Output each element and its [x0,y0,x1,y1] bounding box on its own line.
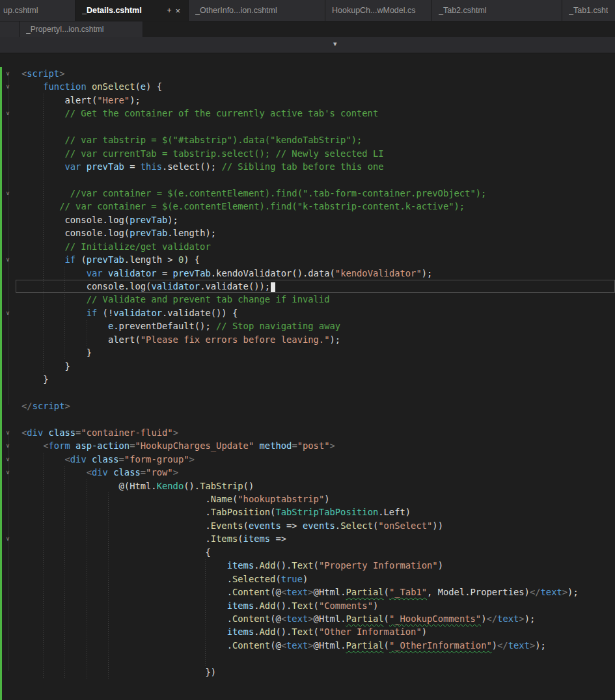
close-icon[interactable]: × [174,6,182,16]
gutter-margin [0,240,16,253]
document-tab-stub[interactable] [0,21,20,37]
fold-chevron-icon[interactable]: ∨ [0,67,16,80]
code-line[interactable]: items.Add().Text("Property Information") [0,559,615,572]
code-text: //var container = $(e.contentElement).fi… [16,187,615,200]
code-line[interactable]: ∨ if (!validator.validate()) { [0,306,615,319]
code-line[interactable]: var prevTab = this.select(); // Sibling … [0,160,615,173]
code-line[interactable]: items.Add().Text("Other Information") [0,625,615,638]
document-tab-tab1-csht[interactable]: _Tab1.csht [562,0,615,21]
gutter-margin [0,652,16,665]
code-line[interactable]: } [0,373,615,386]
code-text: .Selected(true) [16,572,615,586]
gutter-margin [0,639,16,652]
code-line[interactable] [0,174,615,187]
code-line[interactable]: // var currentTab = tabstrip.select(); /… [0,147,615,160]
code-text: .Events(events => events.Select("onSelec… [16,519,615,532]
document-tab-details-cshtml[interactable]: _Details.cshtml+× [75,0,189,21]
document-tab-otherinfo-ion-cshtml[interactable]: _OtherInfo...ion.cshtml [189,0,325,21]
fold-chevron-icon[interactable]: ∨ [0,253,16,266]
fold-chevron-icon[interactable]: ∨ [0,466,16,479]
fold-chevron-icon[interactable]: ∨ [0,306,16,319]
gutter-margin [0,572,16,586]
code-line[interactable]: .Content(@<text>@Html.Partial("_HookupCo… [0,612,615,625]
code-line[interactable]: { [0,546,615,559]
fold-chevron-icon[interactable]: ∨ [0,532,16,545]
code-editor[interactable]: ∨<script>∨ function onSelect(e) { alert(… [0,53,615,700]
gutter-margin [0,399,16,412]
code-line[interactable]: } [0,360,615,373]
code-line[interactable] [0,120,615,133]
gutter-margin [0,599,16,612]
code-text: var validator = prevTab.kendoValidator()… [16,267,615,280]
code-line[interactable]: console.log(prevTab.length); [0,226,615,239]
code-line[interactable]: .Events(events => events.Select("onSelec… [0,519,615,532]
code-line[interactable]: ∨ <form asp-action="HookupCharges_Update… [0,439,615,452]
code-line[interactable]: // var tabstrip = $("#tabstrip").data("k… [0,133,615,146]
code-line[interactable]: e.preventDefault(); // Stop navigating a… [0,319,615,332]
code-line[interactable]: .Content(@<text>@Html.Partial("_Tab1", M… [0,586,615,599]
code-text: items.Add().Text("Other Information") [16,625,615,638]
code-line[interactable]: </script> [0,399,615,412]
fold-chevron-icon[interactable]: ∨ [0,107,16,120]
code-line[interactable]: .Name("hookuptabstrip") [0,492,615,505]
gutter-margin [0,293,16,306]
code-line[interactable]: ∨ if (prevTab.length > 0) { [0,253,615,266]
code-line[interactable]: alert("Here"); [0,94,615,107]
code-text: .Content(@<text>@Html.Partial("_OtherInf… [16,639,615,652]
document-tab-tab2-cshtml[interactable]: _Tab2.cshtml [432,0,562,21]
code-line[interactable]: ∨ <div class="form-group"> [0,453,615,466]
code-text: .Content(@<text>@Html.Partial("_Tab1", M… [16,586,615,599]
code-line[interactable]: ∨ //var container = $(e.contentElement).… [0,187,615,200]
code-line[interactable]: ∨ <div class="row"> [0,466,615,479]
code-line[interactable]: alert("Please fix errors before leaving.… [0,333,615,346]
code-line[interactable]: }) [0,666,615,679]
gutter-margin [0,319,16,332]
code-line[interactable]: items.Add().Text("Comments") [0,599,615,612]
code-text: items.Add().Text("Property Information") [16,559,615,572]
code-text: .Items(items => [16,532,615,545]
pin-icon[interactable]: + [164,6,174,15]
code-lines: ∨<script>∨ function onSelect(e) { alert(… [0,53,615,679]
code-line[interactable]: .TabPosition(TabStripTabPosition.Left) [0,505,615,518]
fold-chevron-icon[interactable]: ∨ [0,187,16,200]
code-line[interactable]: // var container = $(e.contentElement).f… [0,200,615,213]
code-line[interactable]: .Selected(true) [0,572,615,586]
code-line[interactable]: .Content(@<text>@Html.Partial("_OtherInf… [0,639,615,652]
code-line[interactable]: // Validate and prevent tab change if in… [0,293,615,306]
code-line[interactable]: var validator = prevTab.kendoValidator()… [0,267,615,280]
gutter-margin [0,586,16,599]
document-tab-bar-top: up.cshtml_Details.cshtml+×_OtherInfo...i… [0,0,615,21]
gutter-margin [0,492,16,505]
document-tab-propertyi-ion-cshtml[interactable]: _PropertyI...ion.cshtml [20,21,143,37]
document-tab-hookupch-wmodel-cs[interactable]: HookupCh...wModel.cs [325,0,432,21]
fold-chevron-icon[interactable]: ∨ [0,426,16,439]
code-line[interactable]: ∨ // Get the container of the currently … [0,107,615,120]
gutter-margin [0,174,16,187]
code-line[interactable]: console.log(validator.validate()); [0,280,615,293]
code-text: <div class="form-group"> [16,453,615,466]
chevron-down-icon[interactable]: ▾ [333,40,337,48]
fold-chevron-icon[interactable]: ∨ [0,453,16,466]
code-line[interactable]: console.log(prevTab); [0,213,615,226]
document-tab-up-cshtml[interactable]: up.cshtml [0,0,75,21]
code-text: <div class="row"> [16,466,615,479]
code-line[interactable]: @(Html.Kendo().TabStrip() [0,479,615,492]
code-line[interactable]: // Initialize/get validator [0,240,615,253]
gutter-margin [0,360,16,373]
code-line[interactable] [0,652,615,665]
code-line[interactable] [0,386,615,399]
code-line[interactable]: ∨ .Items(items => [0,532,615,545]
code-line[interactable]: ∨ function onSelect(e) { [0,80,615,93]
fold-chevron-icon[interactable]: ∨ [0,439,16,452]
code-text: function onSelect(e) { [16,80,615,93]
code-text: alert("Please fix errors before leaving.… [16,333,615,346]
code-text: e.preventDefault(); // Stop navigating a… [16,319,615,332]
code-line[interactable]: ∨<div class="container-fluid"> [0,426,615,439]
gutter-margin [0,267,16,280]
code-text: console.log(validator.validate()); [16,280,615,293]
code-line[interactable] [0,412,615,425]
gutter-margin [0,200,16,213]
code-line[interactable]: } [0,346,615,359]
code-line[interactable]: ∨<script> [0,67,615,80]
fold-chevron-icon[interactable]: ∨ [0,80,16,93]
